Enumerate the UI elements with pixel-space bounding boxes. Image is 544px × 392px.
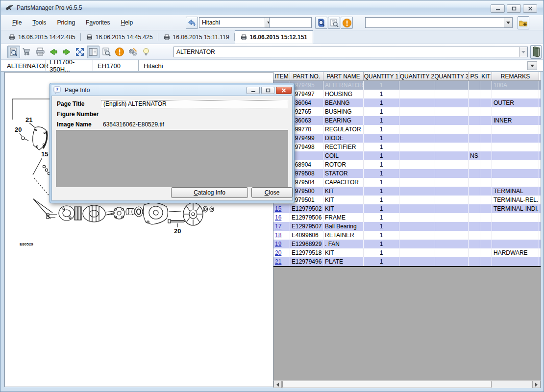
- page-detail-button[interactable]: [7, 46, 20, 58]
- col-header-remarks[interactable]: REMARKS: [492, 72, 539, 80]
- print-button[interactable]: [34, 46, 47, 58]
- item-link[interactable]: 15: [273, 204, 290, 213]
- load-back-button[interactable]: [186, 17, 198, 29]
- cell-ps: [469, 81, 480, 90]
- search-input[interactable]: [269, 17, 312, 28]
- menu-pricing[interactable]: Pricing: [52, 18, 79, 27]
- cell-qty2: [399, 81, 435, 90]
- cell-part-name: KIT: [323, 248, 364, 257]
- col-header-part-name[interactable]: PART NAME: [323, 72, 364, 80]
- model-combo[interactable]: [365, 17, 513, 28]
- close-button[interactable]: [523, 4, 537, 13]
- table-row[interactable]: 19E12968929. FAN1: [273, 240, 541, 248]
- dialog-title-bar[interactable]: ? Page Info: [51, 85, 293, 96]
- fit-page-button[interactable]: [74, 46, 86, 58]
- table-row[interactable]: 099770REGULATOR1: [273, 125, 541, 134]
- item-link[interactable]: 16: [273, 213, 290, 222]
- col-header-item[interactable]: ITEM: [273, 72, 290, 80]
- item-link[interactable]: 18: [273, 231, 290, 240]
- horizontal-scrollbar[interactable]: [273, 380, 541, 388]
- table-row[interactable]: COIL1NS: [273, 151, 541, 160]
- cell-kit: [480, 125, 492, 134]
- table-row[interactable]: 2979500KIT1TERMINAL: [273, 187, 541, 196]
- context-dropdown-button[interactable]: [527, 61, 537, 70]
- cell-qty2: [399, 178, 435, 187]
- table-row[interactable]: 15E12979502KIT1TERMINAL-INDI..: [273, 204, 541, 213]
- cell-kit: [480, 81, 492, 90]
- table-row[interactable]: 2979499DIODE1: [273, 134, 541, 143]
- tips-button[interactable]: [140, 46, 152, 58]
- cart-button[interactable]: [21, 46, 33, 58]
- report-button[interactable]: [113, 46, 126, 58]
- maximize-button[interactable]: [507, 4, 521, 13]
- table-row[interactable]: 2979497HOUSING1: [273, 90, 541, 98]
- close-button[interactable]: Close: [251, 187, 293, 198]
- cell-remarks: [492, 151, 539, 160]
- prev-page-button[interactable]: [47, 46, 60, 58]
- settings-button[interactable]: [126, 46, 139, 58]
- tab-session-2[interactable]: 16.06.2015 14:45.425: [81, 30, 158, 44]
- tab-session-3[interactable]: 16.06.2015 15:11.119: [158, 30, 235, 44]
- cell-part-name: COIL: [323, 151, 364, 160]
- dialog-close-button[interactable]: [276, 87, 292, 94]
- catalog-book-button[interactable]: [530, 45, 542, 59]
- col-header-ps[interactable]: PS: [469, 72, 480, 80]
- table-row[interactable]: 2979501KIT1TERMINAL-REL..: [273, 196, 541, 204]
- dialog-maximize-button[interactable]: [261, 87, 274, 94]
- preview-button[interactable]: [100, 46, 113, 58]
- app-icon: [5, 4, 13, 12]
- tab-session-4[interactable]: 16.06.2015 15:12.151: [235, 30, 313, 44]
- scroll-right-button[interactable]: [532, 381, 541, 388]
- table-row[interactable]: 2979508STATOR1: [273, 169, 541, 178]
- nav-back-icon: [187, 18, 197, 28]
- dialog-field: Figure Number: [52, 109, 292, 119]
- table-row[interactable]: 436064BEANNG1OUTER: [273, 98, 541, 107]
- table-row[interactable]: 892765BUSHING1: [273, 107, 541, 116]
- table-row[interactable]: 436063BEARING1INNER: [273, 116, 541, 125]
- catalog-info-button[interactable]: Catalog Info: [171, 187, 248, 198]
- item-link[interactable]: 17: [273, 222, 290, 231]
- chevron-down-icon[interactable]: [504, 18, 512, 27]
- cell-part-no: 2979500: [290, 187, 323, 196]
- search-catalog-button[interactable]: [315, 17, 327, 29]
- col-header-quantity-3[interactable]: QUANTITY 3: [435, 72, 469, 80]
- table-row[interactable]: 21E12979496PLATE1: [273, 257, 541, 266]
- field-value: 6354316062-E80529.tif: [101, 121, 288, 129]
- table-row[interactable]: 968904ROTOR1: [273, 160, 541, 169]
- menu-help[interactable]: Help: [116, 18, 137, 27]
- col-header-quantity-2[interactable]: QUANTITY 2: [399, 72, 435, 80]
- table-row[interactable]: 16E12979506FRAME1: [273, 213, 541, 222]
- table-row[interactable]: 2979498RECTIFIER1: [273, 143, 541, 151]
- cell-qty1: 1: [364, 204, 399, 213]
- search-preview-button[interactable]: [328, 17, 340, 29]
- item-link[interactable]: 21: [273, 257, 290, 266]
- minimize-button[interactable]: [491, 4, 505, 13]
- scroll-left-button[interactable]: [273, 381, 282, 388]
- manufacturer-combo[interactable]: Hitachi: [199, 17, 273, 28]
- table-row[interactable]: 17E12979507Ball Bearing1: [273, 222, 541, 231]
- dialog-minimize-button[interactable]: [247, 87, 260, 94]
- cell-qty1: 1: [364, 231, 399, 240]
- menu-favorites[interactable]: Favorites: [81, 18, 114, 27]
- col-header-part-no-[interactable]: PART NO.: [290, 72, 323, 80]
- table-row[interactable]: 18E4099606RETAINER1: [273, 231, 541, 240]
- page-combo[interactable]: ALTERNATOR: [173, 47, 528, 57]
- split-view-button[interactable]: [87, 46, 99, 58]
- report-button[interactable]: [341, 17, 353, 29]
- table-row[interactable]: 2979504CAPACITOR1: [273, 178, 541, 187]
- scrollbar-thumb[interactable]: [282, 381, 492, 388]
- col-header-kit[interactable]: KIT: [480, 72, 492, 80]
- tab-session-1[interactable]: 16.06.2015 14:42.485: [3, 30, 81, 44]
- field-label: Figure Number: [52, 111, 101, 118]
- table-row[interactable]: 2979495ALTERNATOR1100A: [273, 81, 541, 90]
- arrow-right-icon: [62, 47, 72, 57]
- page-search-icon: [101, 47, 111, 57]
- table-row[interactable]: 20E12979518KIT1HARDWARE: [273, 248, 541, 257]
- item-link[interactable]: 19: [273, 240, 290, 248]
- add-favorite-button[interactable]: [518, 16, 529, 29]
- next-page-button[interactable]: [60, 46, 73, 58]
- menu-file[interactable]: File: [8, 18, 26, 27]
- menu-tools[interactable]: Tools: [28, 18, 50, 27]
- col-header-quantity-1[interactable]: QUANTITY 1: [364, 72, 399, 80]
- item-link[interactable]: 20: [273, 248, 290, 257]
